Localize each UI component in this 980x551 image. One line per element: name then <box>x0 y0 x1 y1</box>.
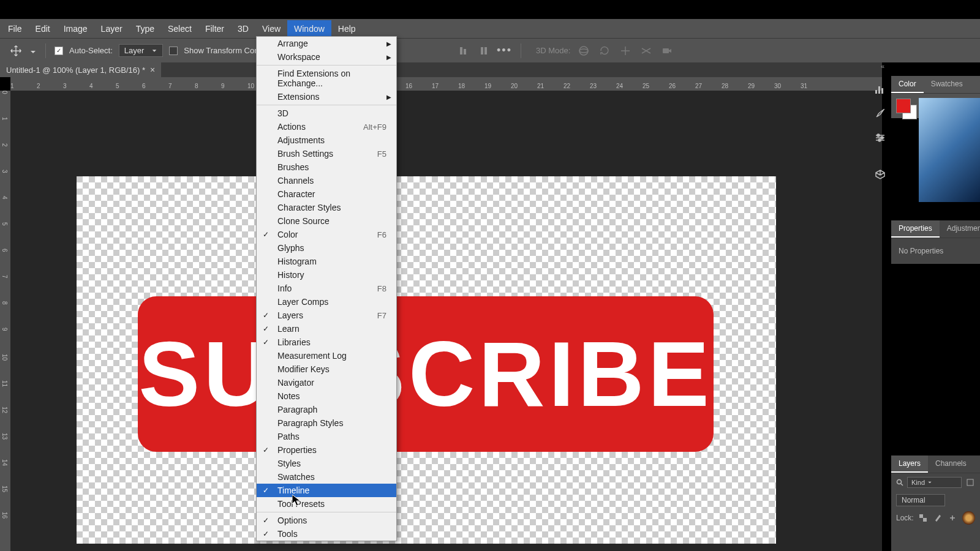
menu-item-tools[interactable]: ✓Tools <box>257 527 396 541</box>
swatches-tab[interactable]: Swatches <box>924 76 970 93</box>
ruler-tick: 9 <box>221 83 225 89</box>
color-picker-gradient[interactable] <box>919 98 980 202</box>
ruler-tick: 21 <box>537 83 544 89</box>
menu-item-brush-settings[interactable]: Brush SettingsF5 <box>257 147 396 160</box>
svg-rect-16 <box>923 518 927 522</box>
ruler-tick: 7 <box>1 275 8 279</box>
paths-tab[interactable]: Pat <box>974 455 980 473</box>
channels-tab[interactable]: Channels <box>928 455 974 473</box>
transform-controls-checkbox[interactable] <box>169 47 178 55</box>
menu-item-history[interactable]: History <box>257 268 396 282</box>
ruler-tick: 29 <box>748 83 755 89</box>
menu-item-timeline[interactable]: ✓Timeline <box>257 484 396 497</box>
ruler-tick: 8 <box>195 83 198 89</box>
menu-item-layers[interactable]: ✓LayersF7 <box>257 309 396 322</box>
3d-slide-icon[interactable] <box>639 43 654 58</box>
menu-item-workspace[interactable]: Workspace▶ <box>257 50 396 64</box>
menu-item-styles[interactable]: Styles <box>257 457 396 470</box>
menu-item-paths[interactable]: Paths <box>257 430 396 443</box>
dock-brush-icon[interactable] <box>873 107 887 120</box>
menu-select[interactable]: Select <box>161 20 198 37</box>
more-options-icon[interactable]: ••• <box>497 44 512 57</box>
menu-3d[interactable]: 3D <box>231 20 255 37</box>
menu-item-arrange[interactable]: Arrange▶ <box>257 37 396 50</box>
menu-item-histogram[interactable]: Histogram <box>257 255 396 268</box>
menu-item-character-styles[interactable]: Character Styles <box>257 201 396 214</box>
subscribe-graphic: SUBSCRIBE <box>138 296 714 452</box>
properties-tab[interactable]: Properties <box>891 220 940 238</box>
menu-item-glyphs[interactable]: Glyphs <box>257 241 396 255</box>
ruler-tick: 2 <box>1 143 8 147</box>
menu-layer[interactable]: Layer <box>94 20 129 37</box>
menu-item-paragraph-styles[interactable]: Paragraph Styles <box>257 416 396 430</box>
menu-item-properties[interactable]: ✓Properties <box>257 443 396 457</box>
menu-item-clone-source[interactable]: Clone Source <box>257 214 396 228</box>
lock-position-icon[interactable] <box>948 513 957 523</box>
menu-help[interactable]: Help <box>331 20 363 37</box>
svg-rect-7 <box>875 90 877 94</box>
filter-image-icon[interactable] <box>965 478 975 487</box>
svg-point-10 <box>877 134 880 137</box>
menu-view[interactable]: View <box>255 20 287 37</box>
menu-item-info[interactable]: InfoF8 <box>257 282 396 295</box>
3d-pan-icon[interactable] <box>618 43 633 58</box>
menu-item-measurement-log[interactable]: Measurement Log <box>257 349 396 362</box>
align-icon-2[interactable] <box>477 44 491 58</box>
menu-item-navigator[interactable]: Navigator <box>257 376 396 389</box>
layers-tab[interactable]: Layers <box>891 455 928 473</box>
menu-item-character[interactable]: Character <box>257 187 396 201</box>
ruler-tick: 16 <box>1 512 8 519</box>
svg-rect-6 <box>663 48 669 53</box>
menu-item-label: Character <box>277 189 315 199</box>
menu-type[interactable]: Type <box>129 20 161 37</box>
ruler-tick: 3 <box>1 170 8 173</box>
dock-adjust-icon[interactable] <box>873 131 887 144</box>
color-tab[interactable]: Color <box>891 76 924 93</box>
3d-rotate-icon[interactable] <box>597 43 612 58</box>
auto-select-checkbox[interactable]: ✓ <box>55 47 63 55</box>
menu-image[interactable]: Image <box>57 20 94 37</box>
menu-item-adjustments[interactable]: Adjustments <box>257 133 396 147</box>
close-tab-icon[interactable]: × <box>150 65 155 75</box>
menu-item-options[interactable]: ✓Options <box>257 514 396 527</box>
menu-item-notes[interactable]: Notes <box>257 389 396 403</box>
dock-histogram-icon[interactable] <box>873 82 887 96</box>
menu-item-tool-presets[interactable]: Tool Presets <box>257 497 396 511</box>
move-tool-icon[interactable] <box>9 43 23 58</box>
menu-item-3d[interactable]: 3D <box>257 107 396 120</box>
adjustments-tab[interactable]: Adjustments <box>940 220 980 238</box>
menu-item-brushes[interactable]: Brushes <box>257 160 396 174</box>
menu-item-actions[interactable]: ActionsAlt+F9 <box>257 120 396 133</box>
align-icon-1[interactable] <box>458 44 471 58</box>
menu-item-layer-comps[interactable]: Layer Comps <box>257 295 396 309</box>
layer-filter-kind[interactable]: Kind <box>907 477 962 488</box>
menu-item-channels[interactable]: Channels <box>257 174 396 187</box>
menu-item-modifier-keys[interactable]: Modifier Keys <box>257 362 396 376</box>
menu-item-extensions[interactable]: Extensions▶ <box>257 90 396 103</box>
menu-item-color[interactable]: ✓ColorF6 <box>257 228 396 241</box>
menu-item-libraries[interactable]: ✓Libraries <box>257 335 396 349</box>
auto-select-target[interactable]: Layer <box>119 44 164 57</box>
foreground-color[interactable] <box>896 99 911 113</box>
dock-3d-icon[interactable] <box>873 168 887 181</box>
lock-transparency-icon[interactable] <box>919 513 929 523</box>
menu-item-paragraph[interactable]: Paragraph <box>257 403 396 416</box>
menu-item-learn[interactable]: ✓Learn <box>257 322 396 335</box>
lock-pixels-icon[interactable] <box>933 513 943 523</box>
canvas[interactable]: SUBSCRIBE <box>77 176 776 544</box>
3d-orbit-icon[interactable] <box>576 43 591 58</box>
menu-edit[interactable]: Edit <box>29 20 57 37</box>
collapse-panels-icon[interactable]: « <box>881 62 884 70</box>
document-tab[interactable]: Untitled-1 @ 100% (Layer 1, RGB/16) * × <box>0 62 161 77</box>
menu-file[interactable]: File <box>1 20 29 37</box>
menu-item-swatches[interactable]: Swatches <box>257 470 396 484</box>
menu-filter[interactable]: Filter <box>198 20 231 37</box>
blend-mode-select[interactable]: Normal <box>896 494 945 506</box>
menu-window[interactable]: Window <box>287 20 331 37</box>
menu-item-label: Brush Settings <box>277 149 333 159</box>
3d-camera-icon[interactable] <box>660 43 674 58</box>
ruler-tick: 5 <box>116 83 119 89</box>
submenu-arrow-icon: ▶ <box>386 40 391 47</box>
menu-item-find-extensions-on-exchange-[interactable]: Find Extensions on Exchange... <box>257 67 396 90</box>
tool-preset-dropdown[interactable] <box>29 47 37 54</box>
